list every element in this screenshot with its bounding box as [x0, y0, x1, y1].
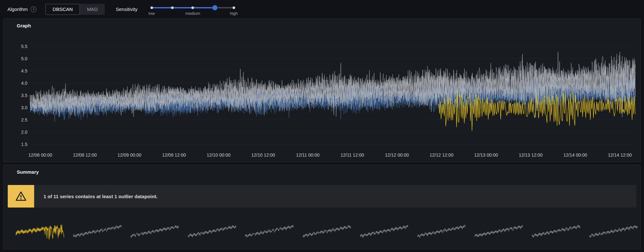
graph-panel-title: Graph — [17, 23, 31, 28]
x-axis-label: 12/12 00:00 — [385, 152, 409, 158]
y-axis-label: 3.0 — [21, 105, 28, 110]
sparkline-3[interactable] — [188, 216, 236, 248]
sparkline-9[interactable] — [532, 216, 580, 248]
graph-panel: Graph 1.52.02.53.03.54.04.55.05.512/08 0… — [3, 18, 641, 162]
warning-icon — [8, 185, 34, 208]
alert-message: 1 of 11 series contains at least 1 outli… — [34, 185, 158, 208]
y-axis-label: 2.0 — [21, 130, 28, 135]
sparkline-outlier-0[interactable] — [16, 216, 64, 248]
x-axis-label: 12/13 12:00 — [519, 152, 543, 158]
y-axis-label: 1.5 — [21, 142, 28, 147]
algorithm-option-dbscan[interactable]: DBSCAN — [45, 4, 80, 15]
sparkline-6[interactable] — [360, 216, 408, 248]
y-axis-label: 3.5 — [21, 93, 28, 98]
sparkline-10[interactable] — [589, 216, 638, 248]
y-axis-label: 5.5 — [21, 44, 28, 49]
x-axis-label: 12/14 12:00 — [608, 152, 632, 158]
algorithm-option-mad[interactable]: MAD — [80, 4, 105, 15]
info-icon[interactable]: i — [31, 6, 36, 12]
slider-mark[interactable] — [171, 6, 174, 9]
sparkline-path — [245, 225, 293, 237]
toolbar: Algorithm i DBSCAN MAD Sensitivity lowme… — [0, 0, 644, 18]
sparkline-path — [589, 225, 638, 237]
x-axis-label: 12/13 00:00 — [474, 152, 498, 158]
slider-fill — [152, 7, 215, 8]
sparkline-path — [73, 225, 121, 237]
x-axis-label: 12/14 00:00 — [563, 152, 587, 158]
sparkline-path — [475, 225, 523, 237]
sparkline-7[interactable] — [417, 216, 466, 248]
x-axis-label: 12/09 12:00 — [162, 152, 186, 158]
y-axis-label: 2.5 — [21, 117, 28, 122]
slider-handle[interactable] — [212, 5, 217, 10]
sparkline-5[interactable] — [303, 216, 351, 248]
y-axis-label: 5.0 — [21, 56, 28, 61]
sparkline-path — [417, 225, 466, 237]
y-axis-label: 4.5 — [21, 68, 28, 73]
sparkline-row — [16, 216, 638, 248]
x-axis-label: 12/08 00:00 — [28, 152, 52, 158]
sparkline-path — [130, 225, 179, 238]
outlier-alert: 1 of 11 series contains at least 1 outli… — [8, 185, 636, 208]
slider-mark[interactable] — [150, 6, 153, 9]
slider-mark[interactable] — [233, 6, 235, 9]
x-axis-label: 12/10 00:00 — [207, 152, 231, 158]
sparkline-4[interactable] — [245, 216, 293, 248]
slider-label-high: high — [230, 11, 238, 16]
summary-panel-title: Summary — [17, 169, 39, 175]
algorithm-radio-group: DBSCAN MAD — [45, 4, 105, 15]
sparkline-path — [532, 225, 580, 238]
x-axis-label: 12/10 12:00 — [251, 152, 275, 158]
sparkline-1[interactable] — [73, 216, 121, 248]
sparkline-path — [360, 225, 408, 238]
summary-panel: Summary 1 of 11 series contains at least… — [3, 165, 641, 249]
slider-mark[interactable] — [191, 6, 194, 9]
y-axis-label: 4.0 — [21, 81, 28, 86]
x-axis-label: 12/11 00:00 — [296, 152, 320, 158]
sensitivity-slider[interactable]: lowmediumhigh — [152, 3, 234, 17]
sparkline-path — [16, 225, 64, 239]
x-axis-label: 12/09 00:00 — [118, 152, 141, 158]
x-axis-label: 12/11 12:00 — [341, 152, 364, 158]
x-axis-label: 12/12 12:00 — [429, 152, 453, 158]
sensitivity-label: Sensitivity — [116, 6, 138, 12]
sparkline-2[interactable] — [130, 216, 179, 248]
main-chart[interactable]: 1.52.02.53.03.54.04.55.05.512/08 00:0012… — [4, 31, 640, 161]
sparkline-path — [303, 225, 351, 237]
slider-label-low: low — [149, 11, 155, 16]
slider-label-medium: medium — [185, 11, 200, 16]
sparkline-path — [188, 225, 236, 237]
x-axis-label: 12/08 12:00 — [73, 152, 97, 158]
algorithm-label: Algorithm — [7, 6, 28, 12]
sparkline-8[interactable] — [475, 216, 523, 248]
